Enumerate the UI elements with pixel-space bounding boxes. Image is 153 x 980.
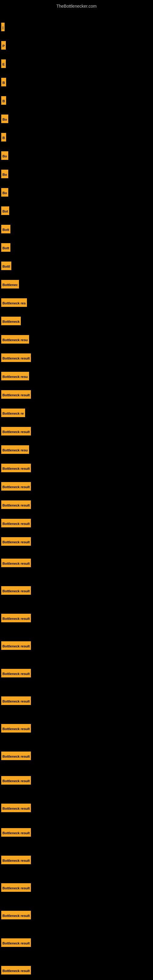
bar-label: Bot <box>1 207 9 215</box>
bar-row: B <box>0 129 153 145</box>
bar-label: Bo <box>1 188 8 197</box>
bar-label: Bottleneck result <box>1 558 31 567</box>
bar-row: Bottleneck result <box>0 582 153 599</box>
bar-label: Bott <box>1 225 10 233</box>
bar-row: Bo <box>0 110 153 127</box>
bar-row: P <box>0 37 153 54</box>
bar-label: Bottleneck result <box>1 966 31 975</box>
bar-row: Bottleneck result <box>0 772 153 789</box>
bar-row: B <box>0 92 153 109</box>
bar-label: Bottleneck result <box>1 482 31 491</box>
bar-label: Bottleneck <box>1 317 21 325</box>
bar-row: Bottleneck result <box>0 692 153 709</box>
bar-label: Bottleneck result <box>1 641 31 650</box>
bar-row: Bottleneck result <box>0 637 153 654</box>
bar-row: Bott <box>0 239 153 256</box>
bar-label: Bottleneck resu <box>1 445 29 454</box>
bar-label: Bottleneck result <box>1 427 31 436</box>
bar-label: B <box>1 96 6 105</box>
bar-row: Bottleneck res <box>0 294 153 311</box>
bar-row: Bottleneck <box>0 312 153 329</box>
bar-row: Bottleneck result <box>0 879 153 896</box>
bar-row: Bottleneck result <box>0 423 153 439</box>
bar-label: Bottleneck resu <box>1 335 29 344</box>
bar-row: Bottleneck result <box>0 514 153 531</box>
bar-row: Bottleneck result <box>0 533 153 550</box>
bar-row: Bottleneck result <box>0 747 153 764</box>
bar-row: Bottleneck result <box>0 496 153 513</box>
bar-label: Bottleneck result <box>1 856 31 864</box>
bar-row: Bottleneck result <box>0 851 153 868</box>
bar-label: | <box>1 23 5 31</box>
bar-label: Bottleneck result <box>1 586 31 595</box>
bar-row: Bottleneck result <box>0 962 153 978</box>
site-title: TheBottlenecker.com <box>0 1 153 11</box>
bar-row: Bottleneck result <box>0 609 153 626</box>
bar-row: Bottleneck re <box>0 404 153 421</box>
bar-row: Bottleneck resu <box>0 331 153 348</box>
bar-row: Bottleneck result <box>0 720 153 737</box>
bar-label: Bo <box>1 170 8 178</box>
bar-row: E <box>0 55 153 72</box>
bar-row: Bottleneck result <box>0 554 153 571</box>
bar-label: Bottleneck result <box>1 751 31 760</box>
bar-row: Bott <box>0 221 153 237</box>
bar-label: Bottleneck resu <box>1 372 29 380</box>
bar-label: E <box>1 59 6 68</box>
bar-label: Bott <box>1 243 10 252</box>
bar-row: Bottl <box>0 257 153 274</box>
bar-label: Bottleneck result <box>1 614 31 622</box>
bar-row: Bottleneck result <box>0 934 153 951</box>
bar-label: Bottl <box>1 261 11 270</box>
bar-row: Bottleneck result <box>0 460 153 476</box>
bar-row: Bot <box>0 202 153 219</box>
bar-label: Bottleneck res <box>1 298 27 307</box>
bar-row: Bottlenec <box>0 275 153 293</box>
bar-label: B <box>1 133 6 142</box>
bar-row: Bottleneck result <box>0 665 153 681</box>
bar-label: Bottleneck re <box>1 409 25 417</box>
bar-label: B <box>1 78 6 86</box>
bar-label: Bottleneck result <box>1 939 31 947</box>
bar-row: Bo <box>0 165 153 182</box>
bar-label: Bottleneck result <box>1 724 31 733</box>
bar-row: Bottleneck result <box>0 907 153 923</box>
bar-label: Bottleneck result <box>1 390 31 399</box>
bar-label: P <box>1 41 6 49</box>
bar-label: Bottleneck result <box>1 828 31 837</box>
bar-label: Bottleneck result <box>1 803 31 812</box>
bar-label: Bo <box>1 115 8 123</box>
bar-label: Bottleneck result <box>1 883 31 892</box>
bar-label: Bottleneck result <box>1 537 31 546</box>
bar-label: Bottleneck result <box>1 353 31 362</box>
bar-label: Bottleneck result <box>1 519 31 527</box>
bar-row: Bottleneck result <box>0 799 153 816</box>
bar-label: Bottlenec <box>1 280 19 288</box>
bar-row: Bo <box>0 184 153 200</box>
bar-row: | <box>0 18 153 35</box>
bar-label: Bottleneck result <box>1 500 31 509</box>
bar-row: Bottleneck result <box>0 478 153 495</box>
bar-row: Bottleneck resu <box>0 441 153 458</box>
bar-label: Bottleneck result <box>1 776 31 784</box>
bar-row: Bottleneck resu <box>0 368 153 384</box>
bar-label: Bottleneck result <box>1 697 31 705</box>
bar-row: B <box>0 73 153 90</box>
bar-label: Bottleneck result <box>1 669 31 678</box>
bar-row: Bottleneck result <box>0 349 153 366</box>
bar-label: Bottleneck result <box>1 911 31 920</box>
bar-row: Bottleneck result <box>0 386 153 403</box>
bar-label: Bo <box>1 151 8 160</box>
bar-row: Bo <box>0 147 153 164</box>
bar-row: Bottleneck result <box>0 824 153 841</box>
bar-label: Bottleneck result <box>1 464 31 472</box>
